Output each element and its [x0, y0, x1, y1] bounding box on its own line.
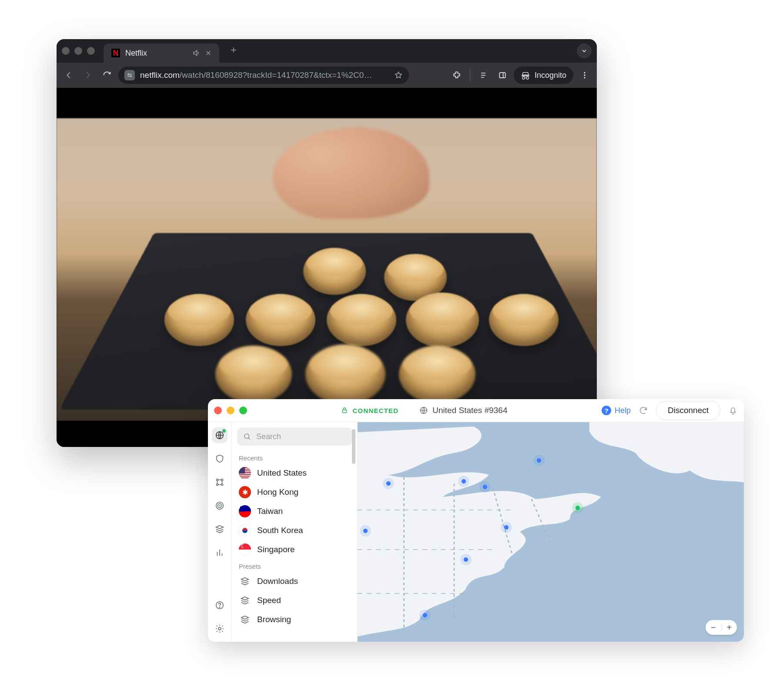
search-input[interactable]	[237, 427, 352, 446]
nav-stats[interactable]	[212, 545, 228, 560]
nav-countries[interactable]	[212, 427, 228, 443]
flag-us-icon	[239, 467, 251, 479]
reload-button[interactable]	[99, 67, 115, 83]
preset-item[interactable]: Downloads	[232, 572, 357, 591]
help-label: Help	[615, 406, 631, 415]
bookmark-star-icon[interactable]	[394, 71, 403, 80]
extensions-button[interactable]	[449, 67, 465, 83]
vpn-nav-rail	[208, 422, 232, 642]
svg-point-1	[130, 76, 131, 77]
map-land-icon	[358, 422, 744, 642]
close-tab-icon[interactable]	[205, 50, 211, 56]
window-traffic-lights[interactable]	[214, 407, 247, 414]
svg-point-0	[128, 74, 129, 75]
toolbar-separator	[470, 69, 470, 81]
new-tab-button[interactable]	[230, 45, 238, 57]
browser-tabstrip: N Netflix	[57, 39, 597, 63]
current-server[interactable]: United States #9364	[419, 406, 507, 415]
minimize-window-icon[interactable]	[74, 47, 82, 55]
server-label: United States #9364	[432, 406, 507, 415]
svg-point-3	[584, 72, 585, 73]
minimize-window-icon[interactable]	[227, 407, 234, 414]
recent-country-item[interactable]: Singapore	[232, 540, 357, 559]
map-zoom-controls: − +	[706, 620, 737, 635]
layers-icon	[239, 575, 251, 587]
vpn-map[interactable]: − +	[358, 422, 744, 642]
window-traffic-lights[interactable]	[62, 47, 95, 55]
tabs-menu-button[interactable]	[577, 43, 592, 58]
country-label: Hong Kong	[257, 487, 298, 497]
map-server-dot[interactable]	[479, 481, 491, 493]
incognito-icon	[521, 70, 530, 80]
zoom-out-button[interactable]: −	[706, 620, 721, 635]
connection-status: CONNECTED	[341, 407, 398, 414]
chrome-menu-button[interactable]	[577, 67, 592, 83]
nav-radar[interactable]	[212, 498, 228, 513]
site-settings-icon[interactable]	[124, 70, 135, 80]
incognito-label: Incognito	[535, 71, 566, 80]
search-icon	[243, 433, 251, 440]
nav-settings[interactable]	[212, 621, 228, 637]
netflix-favicon-icon: N	[111, 49, 120, 57]
svg-point-10	[221, 479, 223, 480]
svg-point-9	[216, 479, 218, 480]
recent-country-item[interactable]: Taiwan	[232, 502, 357, 521]
connected-dot-icon	[222, 429, 226, 433]
close-window-icon[interactable]	[214, 407, 222, 414]
svg-point-18	[218, 627, 221, 630]
svg-point-17	[219, 607, 220, 607]
recents-heading: Recents	[232, 451, 357, 463]
nav-presets[interactable]	[212, 521, 228, 537]
disconnect-button[interactable]: Disconnect	[656, 401, 720, 420]
tab-audio-icon[interactable]	[192, 49, 200, 57]
address-bar[interactable]: netflix.com/watch/81608928?trackId=14170…	[118, 67, 409, 84]
fullscreen-window-icon[interactable]	[87, 47, 95, 55]
svg-rect-2	[499, 73, 505, 78]
country-label: Singapore	[257, 545, 295, 554]
preset-label: Browsing	[257, 615, 291, 624]
vpn-titlebar: CONNECTED United States #9364 ? Help	[208, 399, 744, 422]
map-server-dot[interactable]	[360, 525, 371, 537]
preset-item[interactable]: Speed	[232, 591, 357, 610]
browser-toolbar: netflix.com/watch/81608928?trackId=14170…	[57, 63, 597, 88]
nav-shield[interactable]	[212, 451, 228, 467]
nav-mesh[interactable]	[212, 474, 228, 490]
vpn-sidebar: Recents United States Hong Kong Taiwan S…	[232, 422, 358, 642]
recent-country-item[interactable]: United States	[232, 463, 357, 483]
svg-point-12	[221, 483, 223, 485]
video-player[interactable]	[57, 88, 597, 447]
presets-heading: Presets	[232, 559, 357, 572]
lock-icon	[341, 407, 348, 414]
country-label: South Korea	[257, 526, 303, 535]
flag-tw-icon	[239, 505, 251, 517]
notifications-icon[interactable]	[728, 406, 738, 415]
flag-sg-icon	[239, 543, 251, 556]
forward-button	[80, 67, 96, 83]
browser-tab[interactable]: N Netflix	[104, 43, 219, 63]
recent-country-item[interactable]: South Korea	[232, 521, 357, 540]
reading-list-button[interactable]	[475, 67, 491, 83]
refresh-icon[interactable]	[639, 406, 648, 415]
preset-label: Speed	[257, 596, 281, 605]
back-button[interactable]	[61, 67, 77, 83]
tab-title: Netflix	[125, 49, 187, 58]
map-server-dot[interactable]	[460, 554, 472, 565]
preset-label: Downloads	[257, 577, 298, 586]
incognito-chip[interactable]: Incognito	[514, 67, 573, 84]
help-button[interactable]: ? Help	[602, 406, 631, 415]
browser-window: N Netflix	[57, 39, 597, 447]
nav-support[interactable]	[212, 597, 228, 613]
svg-point-19	[244, 434, 249, 439]
recent-country-item[interactable]: Hong Kong	[232, 483, 357, 502]
map-server-dot-active[interactable]	[572, 502, 583, 513]
side-panel-button[interactable]	[495, 67, 510, 83]
svg-point-5	[584, 77, 585, 78]
close-window-icon[interactable]	[62, 47, 70, 55]
layers-icon	[239, 613, 251, 626]
fullscreen-window-icon[interactable]	[239, 407, 247, 414]
scrollbar-thumb[interactable]	[352, 429, 355, 464]
search-field[interactable]	[255, 432, 358, 442]
country-label: Taiwan	[257, 507, 283, 516]
zoom-in-button[interactable]: +	[722, 620, 737, 635]
preset-item[interactable]: Browsing	[232, 610, 357, 629]
